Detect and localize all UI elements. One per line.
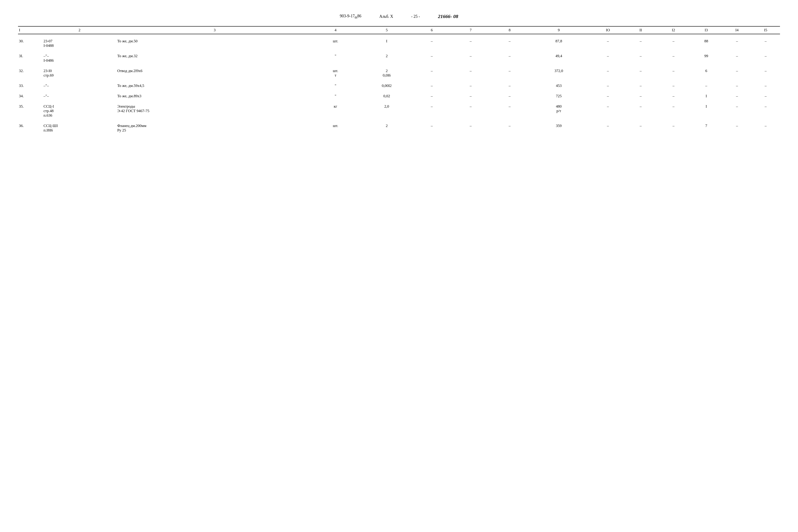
cell-5-13: I (690, 93, 723, 99)
cell-5-4: " (313, 93, 358, 99)
col-header-12: I2 (657, 26, 690, 34)
cell-1-11: – (624, 38, 657, 49)
cell-6-8: – (493, 103, 526, 119)
table-row: 34.–"–То же, дм.89х3"0,02–––725–––I–– (18, 93, 780, 99)
cell-6-13: I (690, 103, 723, 119)
cell-7-13: 7 (690, 123, 723, 133)
cell-5-6: – (415, 93, 448, 99)
cell-5-3: То же, дм.89х3 (116, 93, 313, 99)
cell-4-1: 33. (18, 83, 42, 89)
cell-1-8: – (493, 38, 526, 49)
cell-4-10: – (591, 83, 624, 89)
cell-5-11: – (624, 93, 657, 99)
cell-2-15: – (752, 53, 780, 64)
cell-3-8: – (493, 68, 526, 79)
cell-2-8: – (493, 53, 526, 64)
cell-6-2: ССЦ-Iстр.48п.636 (42, 103, 116, 119)
cell-3-11: – (624, 68, 657, 79)
cell-5-2: –"– (42, 93, 116, 99)
cell-5-14: – (723, 93, 751, 99)
cell-2-2: –"–I-0486 (42, 53, 116, 64)
cell-4-5: 0,00I2 (358, 83, 415, 89)
cell-5-12: – (657, 93, 690, 99)
cell-7-11: – (624, 123, 657, 133)
cell-2-14: – (723, 53, 751, 64)
cell-7-7: – (448, 123, 493, 133)
cell-2-5: 2 (358, 53, 415, 64)
cell-5-8: – (493, 93, 526, 99)
col-header-10: IO (591, 26, 624, 34)
cell-1-10: – (591, 38, 624, 49)
cell-4-7: – (448, 83, 493, 89)
cell-1-6: – (415, 38, 448, 49)
col-header-11: II (624, 26, 657, 34)
cell-1-9: 87,8 (526, 38, 591, 49)
col-header-1: I (18, 26, 42, 34)
doc-code: 21666- 08 (438, 14, 458, 19)
cell-3-1: 32. (18, 68, 42, 79)
cell-6-5: 2,0 (358, 103, 415, 119)
cell-7-3: Фланец дм.200ммРу 25 (116, 123, 313, 133)
cell-7-8: – (493, 123, 526, 133)
main-table: I 2 3 4 5 6 7 8 9 IO II I2 I3 I4 I5 30.2… (18, 26, 780, 133)
cell-1-13: 88 (690, 38, 723, 49)
table-row: 3I.–"–I-0486То же, дм.32"2–––49,4–––99–– (18, 53, 780, 64)
col-header-2: 2 (42, 26, 116, 34)
col-header-8: 8 (493, 26, 526, 34)
cell-5-7: – (448, 93, 493, 99)
page-label: - 25 - (411, 14, 420, 19)
table-row: 32.23-I0стр.69Отвод дм.2I9х6шт.т20,0I6––… (18, 68, 780, 79)
cell-6-7: – (448, 103, 493, 119)
cell-3-9: 372,0 (526, 68, 591, 79)
cell-5-15: – (752, 93, 780, 99)
cell-4-8: – (493, 83, 526, 89)
cell-5-10: – (591, 93, 624, 99)
album-label: Альб. Х (379, 14, 393, 19)
cell-4-6: – (415, 83, 448, 89)
col-header-15: I5 (752, 26, 780, 34)
cell-1-3: То же, дм.50 (116, 38, 313, 49)
cell-3-6: – (415, 68, 448, 79)
cell-6-10: – (591, 103, 624, 119)
cell-1-4: шт. (313, 38, 358, 49)
cell-5-5: 0,02 (358, 93, 415, 99)
cell-4-11: – (624, 83, 657, 89)
cell-7-2: ССЦ-ШIп.I8I6 (42, 123, 116, 133)
cell-3-12: – (657, 68, 690, 79)
cell-1-15: – (752, 38, 780, 49)
cell-2-3: То же, дм.32 (116, 53, 313, 64)
cell-4-13: – (690, 83, 723, 89)
cell-2-13: 99 (690, 53, 723, 64)
col-header-7: 7 (448, 26, 493, 34)
cell-4-4: " (313, 83, 358, 89)
cell-6-3: ЭлектродыЭ-42 ГОСТ 9467-75 (116, 103, 313, 119)
col-header-13: I3 (690, 26, 723, 34)
cell-7-1: 36. (18, 123, 42, 133)
cell-3-14: – (723, 68, 751, 79)
cell-4-14: – (723, 83, 751, 89)
col-header-9: 9 (526, 26, 591, 34)
col-header-14: I4 (723, 26, 751, 34)
cell-7-5: 2 (358, 123, 415, 133)
table-row: 36.ССЦ-ШIп.I8I6Фланец дм.200ммРу 25шт.2–… (18, 123, 780, 133)
cell-2-9: 49,4 (526, 53, 591, 64)
cell-7-10: – (591, 123, 624, 133)
page-header: 903-9-17th86 Альб. Х - 25 - 21666- 08 (18, 14, 780, 19)
cell-7-9: 359 (526, 123, 591, 133)
cell-1-1: 30. (18, 38, 42, 49)
cell-2-11: – (624, 53, 657, 64)
cell-7-12: – (657, 123, 690, 133)
cell-7-15: – (752, 123, 780, 133)
table-row: 35.ССЦ-Iстр.48п.636ЭлектродыЭ-42 ГОСТ 94… (18, 103, 780, 119)
cell-1-12: – (657, 38, 690, 49)
doc-number: 903-9-17th86 (340, 14, 361, 19)
col-header-6: 6 (415, 26, 448, 34)
cell-3-15: – (752, 68, 780, 79)
cell-6-6: – (415, 103, 448, 119)
cell-7-4: шт. (313, 123, 358, 133)
cell-2-1: 3I. (18, 53, 42, 64)
cell-3-5: 20,0I6 (358, 68, 415, 79)
cell-6-12: – (657, 103, 690, 119)
cell-3-2: 23-I0стр.69 (42, 68, 116, 79)
cell-2-12: – (657, 53, 690, 64)
